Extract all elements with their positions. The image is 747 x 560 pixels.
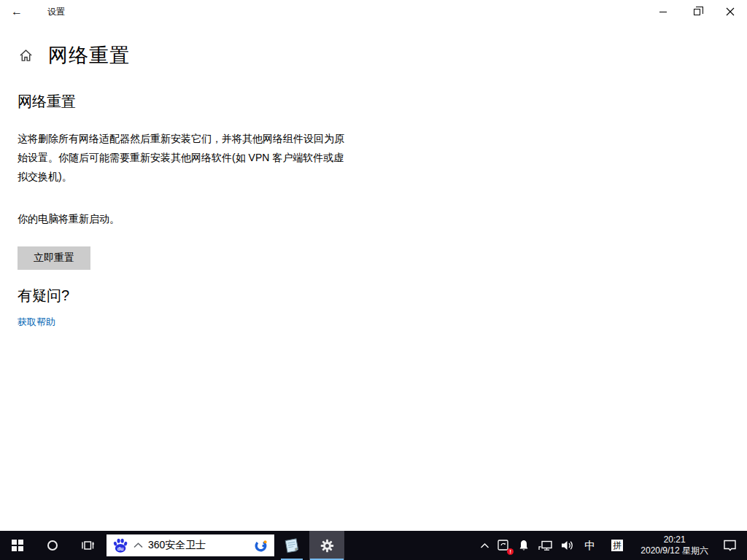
page-header: 网络重置 (19, 42, 747, 69)
action-center-button[interactable] (716, 531, 747, 560)
cortana-icon (47, 540, 58, 551)
page-title: 网络重置 (48, 42, 130, 69)
svg-text:du: du (117, 546, 124, 552)
restore-button[interactable] (680, 0, 713, 23)
close-button[interactable] (713, 0, 747, 23)
action-center-icon (722, 539, 738, 552)
alert-badge: ! (507, 548, 514, 555)
ime-mode-indicator[interactable]: 拼 (601, 531, 633, 560)
minimize-button[interactable] (646, 0, 680, 23)
tray-security-app[interactable]: ! (493, 531, 514, 560)
restore-icon (694, 9, 700, 15)
taskbar-app-settings[interactable] (309, 531, 344, 560)
baidu-icon[interactable]: du (112, 537, 128, 553)
clock-time: 20:21 (640, 534, 708, 545)
tray-notifications[interactable] (514, 531, 534, 560)
description-text: 这将删除所有网络适配器然后重新安装它们，并将其他网络组件设回为原始设置。你随后可… (18, 129, 350, 186)
questions-heading: 有疑问? (18, 286, 747, 306)
task-view-icon (81, 540, 95, 551)
taskbar-clock[interactable]: 20:21 2020/9/12 星期六 (633, 534, 716, 556)
bell-icon (517, 539, 530, 552)
taskbar: du 360安全卫士 (0, 531, 747, 560)
task-view-button[interactable] (70, 531, 105, 560)
restart-note: 你的电脑将重新启动。 (18, 211, 747, 226)
clock-date: 2020/9/12 星期六 (640, 545, 708, 556)
minimize-icon (659, 12, 667, 12)
window-controls (646, 0, 747, 23)
settings-page: 网络重置 网络重置 这将删除所有网络适配器然后重新安装它们，并将其他网络组件设回… (0, 23, 747, 531)
cortana-button[interactable] (35, 531, 70, 560)
system-tray: ! 中 拼 (476, 531, 747, 560)
search-text: 360安全卫士 (148, 539, 253, 552)
home-icon[interactable] (19, 49, 33, 62)
reset-now-button[interactable]: 立即重置 (18, 246, 90, 270)
taskbar-search-box[interactable]: du 360安全卫士 (107, 534, 274, 556)
tray-network[interactable] (534, 531, 557, 560)
start-button[interactable] (0, 531, 35, 560)
notepad-icon (283, 537, 301, 554)
360-search-icon[interactable] (253, 538, 268, 553)
chevron-up-icon[interactable] (133, 542, 143, 548)
gear-icon (320, 538, 335, 553)
ime-language-indicator[interactable]: 中 (578, 531, 601, 560)
titlebar: ← 设置 (0, 0, 747, 23)
get-help-link[interactable]: 获取帮助 (18, 316, 55, 329)
back-button[interactable]: ← (0, 0, 34, 23)
tray-show-hidden-icons[interactable] (476, 531, 493, 560)
tray-chevron-up-icon (480, 542, 489, 549)
window-title: 设置 (47, 6, 65, 18)
section-title: 网络重置 (18, 92, 747, 112)
taskbar-app-notepad[interactable] (274, 531, 309, 560)
tray-volume[interactable] (557, 531, 578, 560)
ethernet-network-icon (538, 540, 553, 552)
pinyin-mode-icon: 拼 (611, 540, 623, 551)
close-icon (726, 7, 735, 16)
speaker-icon (560, 540, 575, 551)
windows-logo-icon (12, 540, 23, 551)
